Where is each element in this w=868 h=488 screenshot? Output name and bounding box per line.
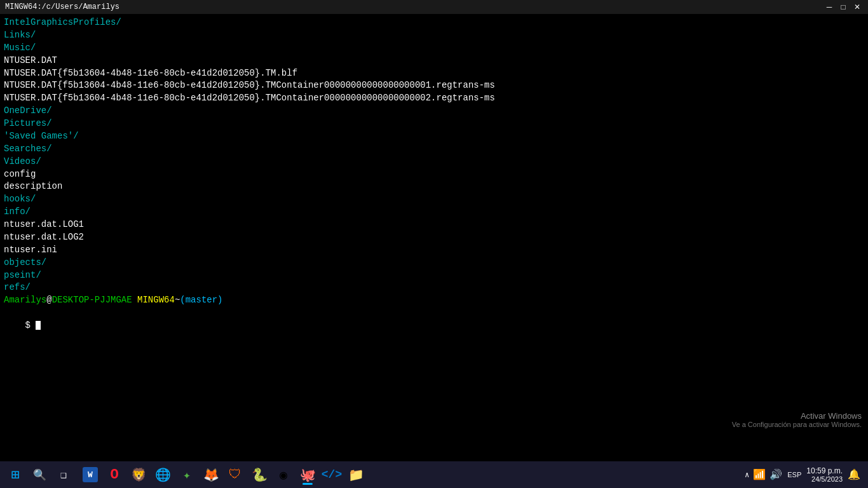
tray-icons: ∧ 📶 🔊	[745, 468, 782, 481]
taskbar-docker[interactable]: 🐍	[248, 463, 271, 486]
opera-icon: O	[110, 467, 118, 483]
taskbar-vpn[interactable]: 🛡	[224, 463, 247, 486]
chrome-icon: ◉	[280, 467, 287, 483]
search-taskbar-icon: 🔍	[33, 468, 46, 482]
titlebar-title: MINGW64:/c/Users/Amarilys	[5, 3, 119, 11]
titlebar-controls: ─ □ ✕	[824, 2, 863, 12]
titlebar: MINGW64:/c/Users/Amarilys ─ □ ✕	[0, 0, 868, 14]
search-taskbar-button[interactable]: 🔍	[28, 463, 51, 486]
taskbar-apps: W O 🦁 🌐 ✦ 🦊 🛡	[79, 463, 367, 486]
maximize-button[interactable]: □	[837, 2, 849, 12]
tray-date: 24/5/2023	[806, 475, 843, 483]
tray-network[interactable]: 📶	[753, 468, 766, 481]
terminal-line: objects/	[4, 257, 864, 269]
tray-lang[interactable]: ESP	[785, 471, 804, 478]
cursor	[36, 321, 41, 330]
activate-line1: Activar Windows	[732, 411, 862, 421]
prompt-dollar: $	[25, 320, 36, 330]
taskbar-word[interactable]: W	[79, 463, 102, 486]
prompt-host: DESKTOP-PJJMGAE	[52, 294, 132, 307]
terminal-line: Pictures/	[4, 118, 864, 130]
notification-icon: 🔔	[848, 468, 860, 481]
start-button[interactable]: ⊞	[4, 463, 27, 486]
task-view-button[interactable]: ❑	[52, 463, 75, 486]
terminal: IntelGraphicsProfiles/Links/Music/NTUSER…	[0, 14, 868, 461]
terminal-line: hooks/	[4, 193, 864, 206]
taskbar-edge[interactable]: 🌐	[151, 463, 174, 486]
terminal-line: NTUSER.DAT{f5b13604-4b48-11e6-80cb-e41d2…	[4, 67, 864, 80]
windows-icon: ⊞	[11, 466, 19, 484]
terminal-line: ntuser.dat.LOG1	[4, 219, 864, 231]
taskbar-firefox[interactable]: 🦊	[200, 463, 222, 486]
prompt-mingw: MINGW64	[137, 294, 175, 307]
terminal-line: OneDrive/	[4, 105, 864, 118]
prompt-user: Amarilys	[4, 294, 46, 307]
prompt-tilde: ~	[175, 294, 180, 307]
terminal-line: ntuser.dat.LOG2	[4, 231, 864, 244]
taskbar-left: ⊞ 🔍 ❑ W O 🦁 🌐	[4, 463, 367, 486]
terminal-line: Links/	[4, 29, 864, 42]
xbox-icon: ✦	[183, 467, 191, 483]
terminal-line: NTUSER.DAT	[4, 55, 864, 67]
terminal-line: Searches/	[4, 143, 864, 156]
terminal-line: ntuser.ini	[4, 244, 864, 257]
activate-windows-watermark: Activar Windows Ve a Configuración para …	[732, 411, 862, 428]
taskbar-gitkraken[interactable]: 🐙	[296, 463, 319, 486]
terminal-line: 'Saved Games'/	[4, 130, 864, 143]
tray-clock[interactable]: 10:59 p.m. 24/5/2023	[806, 466, 843, 483]
docker-icon: 🐍	[252, 467, 268, 483]
taskbar-xbox[interactable]: ✦	[175, 463, 198, 486]
terminal-line: IntelGraphicsProfiles/	[4, 17, 864, 29]
terminal-line: NTUSER.DAT{f5b13604-4b48-11e6-80cb-e41d2…	[4, 79, 864, 92]
terminal-line: info/	[4, 206, 864, 219]
prompt-branch: (master)	[180, 294, 222, 307]
terminal-line: Music/	[4, 42, 864, 55]
taskbar-chrome[interactable]: ◉	[272, 463, 295, 486]
terminal-output: IntelGraphicsProfiles/Links/Music/NTUSER…	[4, 17, 864, 294]
terminal-line: pseint/	[4, 269, 864, 282]
prompt-space	[132, 294, 137, 307]
edge-icon: 🌐	[155, 467, 171, 483]
taskbar-files[interactable]: 📁	[344, 463, 367, 486]
tray-chevron[interactable]: ∧	[745, 470, 749, 480]
terminal-line: config	[4, 168, 864, 181]
minimize-button[interactable]: ─	[824, 2, 835, 12]
taskbar-vscode[interactable]: </>	[320, 463, 343, 486]
taskbar-brave[interactable]: 🦁	[127, 463, 150, 486]
gitkraken-icon: 🐙	[300, 467, 316, 483]
prompt-dollar-line: $	[4, 307, 864, 345]
brave-icon: 🦁	[131, 467, 147, 483]
terminal-line: refs/	[4, 281, 864, 294]
terminal-line: NTUSER.DAT{f5b13604-4b48-11e6-80cb-e41d2…	[4, 92, 864, 105]
close-button[interactable]: ✕	[851, 2, 863, 12]
prompt-at: @	[46, 294, 51, 307]
activate-line2: Ve a Configuración para activar Windows.	[732, 421, 862, 428]
tray-time: 10:59 p.m.	[806, 466, 843, 475]
word-icon: W	[83, 467, 98, 482]
prompt-area: Amarilys@DESKTOP-PJJMGAE MINGW64 ~ (mast…	[4, 294, 864, 307]
notification-button[interactable]: 🔔	[845, 463, 863, 486]
vpn-icon: 🛡	[229, 467, 241, 482]
firefox-icon: 🦊	[203, 467, 219, 483]
files-icon: 📁	[348, 467, 364, 483]
taskbar-opera[interactable]: O	[103, 463, 126, 486]
terminal-line: description	[4, 180, 864, 193]
vscode-icon: </>	[322, 468, 342, 481]
task-view-icon: ❑	[60, 468, 67, 481]
tray-volume[interactable]: 🔊	[770, 468, 782, 481]
system-tray: ∧ 📶 🔊 ESP 10:59 p.m. 24/5/2023 🔔	[740, 461, 868, 488]
terminal-line: Videos/	[4, 156, 864, 168]
taskbar: ⊞ 🔍 ❑ W O 🦁 🌐	[0, 461, 868, 488]
